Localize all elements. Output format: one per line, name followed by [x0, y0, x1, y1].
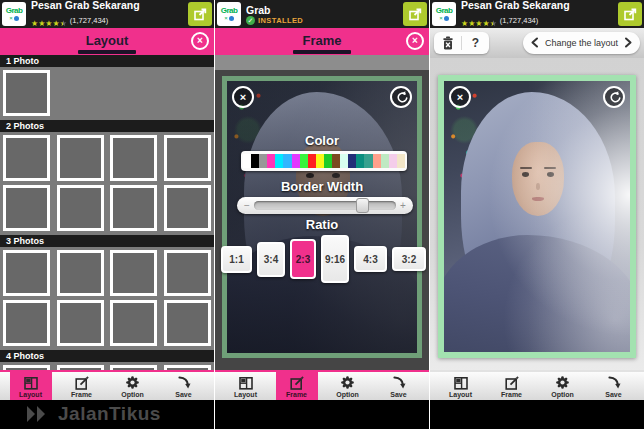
- color-swatch[interactable]: [324, 154, 332, 168]
- slider-thumb[interactable]: [356, 198, 369, 213]
- color-palette[interactable]: [241, 151, 407, 171]
- rating-stars: ★★★★★: [31, 12, 67, 30]
- layout-thumbnail[interactable]: [3, 250, 50, 296]
- color-swatch[interactable]: [373, 154, 381, 168]
- undo-icon[interactable]: [603, 86, 625, 108]
- layout-header: Layout ×: [0, 28, 214, 55]
- ratio-button-3-2[interactable]: 3:2: [392, 247, 426, 271]
- toolbar-item-option[interactable]: Option: [327, 372, 369, 400]
- change-layout-label: Change the layout: [545, 38, 618, 48]
- ad-banner[interactable]: Grab × Grab ✓ INSTALLED: [215, 0, 429, 28]
- layout-thumbnail[interactable]: [57, 135, 104, 181]
- close-icon[interactable]: ×: [232, 86, 254, 108]
- ratio-button-1-1[interactable]: 1:1: [221, 246, 252, 273]
- color-swatch[interactable]: [389, 154, 397, 168]
- border-width-slider[interactable]: − +: [237, 197, 413, 214]
- close-icon[interactable]: ×: [449, 86, 471, 108]
- grab-logo: Grab ×: [432, 2, 456, 26]
- toolbar-item-layout[interactable]: Layout: [440, 372, 482, 400]
- toolbar-item-frame[interactable]: Frame: [491, 372, 533, 400]
- ad-title: Grab: [246, 4, 403, 16]
- color-swatch[interactable]: [316, 154, 324, 168]
- layout-thumbnail[interactable]: [164, 300, 211, 346]
- layout-thumbnail[interactable]: [57, 185, 104, 231]
- page-title: Layout: [0, 33, 214, 48]
- layout-thumbnail[interactable]: [3, 70, 50, 116]
- layout-thumbnail[interactable]: [110, 250, 157, 296]
- screenshot-collage: Grab × Pesan Grab Sekarang ★★★★★ (1,727,…: [0, 0, 644, 429]
- photo-portrait: [444, 81, 630, 352]
- ratio-button-3-4[interactable]: 3:4: [257, 242, 285, 277]
- color-swatch[interactable]: [356, 154, 364, 168]
- secondary-toolbar: ? Change the layout: [430, 28, 644, 58]
- toolbar-item-option[interactable]: Option: [112, 372, 154, 400]
- panel-result-screen: Grab × Pesan Grab Sekarang ★★★★★ (1,727,…: [430, 0, 644, 429]
- layout-thumbnail[interactable]: [3, 300, 50, 346]
- color-swatch[interactable]: [243, 154, 251, 168]
- delete-button[interactable]: [434, 32, 461, 54]
- toolbar-item-frame[interactable]: Frame: [61, 372, 103, 400]
- toolbar-item-save[interactable]: Save: [378, 372, 420, 400]
- chevron-right-icon[interactable]: [624, 34, 633, 52]
- toolbar-item-save[interactable]: Save: [593, 372, 635, 400]
- close-icon[interactable]: ×: [191, 32, 209, 50]
- save-icon: [176, 375, 192, 391]
- chevron-left-icon[interactable]: [530, 34, 539, 52]
- ad-install-button[interactable]: [618, 2, 642, 26]
- minus-icon[interactable]: −: [242, 201, 252, 211]
- close-icon[interactable]: ×: [406, 32, 424, 50]
- color-swatch[interactable]: [259, 154, 267, 168]
- layout-thumbnail[interactable]: [164, 250, 211, 296]
- color-swatch[interactable]: [267, 154, 275, 168]
- logo-dot-icon: [229, 16, 234, 21]
- logo-dot-icon: [14, 16, 19, 21]
- ad-banner[interactable]: Grab × Pesan Grab Sekarang ★★★★★ (1,727,…: [430, 0, 644, 28]
- layout-thumbnail[interactable]: [110, 185, 157, 231]
- undo-icon[interactable]: [390, 86, 412, 108]
- ratio-button-9-16[interactable]: 9:16: [321, 235, 349, 283]
- option-icon: [339, 375, 356, 391]
- color-swatch[interactable]: [397, 154, 405, 168]
- color-swatch[interactable]: [283, 154, 291, 168]
- layout-thumbnail[interactable]: [57, 300, 104, 346]
- ratio-button-2-3[interactable]: 2:3: [290, 239, 316, 279]
- toolbar-item-option[interactable]: Option: [542, 372, 584, 400]
- ad-install-button[interactable]: [403, 2, 427, 26]
- slider-track[interactable]: [254, 201, 396, 210]
- layout-thumbnail[interactable]: [164, 185, 211, 231]
- watermark: JalanTikus: [26, 402, 161, 426]
- toolbar-item-layout[interactable]: Layout: [10, 372, 52, 400]
- plus-icon[interactable]: +: [398, 201, 408, 211]
- color-swatch[interactable]: [300, 154, 308, 168]
- photo-preview-framed[interactable]: ×: [438, 75, 636, 358]
- layout-thumbnail[interactable]: [110, 300, 157, 346]
- toolbar-item-frame[interactable]: Frame: [276, 372, 318, 400]
- layout-thumbnail[interactable]: [164, 135, 211, 181]
- editor-top-strip: [215, 55, 429, 70]
- color-swatch[interactable]: [251, 154, 259, 168]
- color-swatch[interactable]: [332, 154, 340, 168]
- toolbar-item-layout[interactable]: Layout: [225, 372, 267, 400]
- bottom-toolbar: LayoutFrameOptionSave: [430, 370, 644, 400]
- layout-thumbnail[interactable]: [57, 250, 104, 296]
- border-width-label: Border Width: [215, 179, 429, 194]
- grab-logo: Grab ×: [2, 2, 26, 26]
- layout-thumbnail[interactable]: [3, 185, 50, 231]
- jalantikus-logo-icon: [26, 404, 52, 424]
- layout-thumbnail[interactable]: [110, 135, 157, 181]
- ratio-button-4-3[interactable]: 4:3: [354, 246, 387, 272]
- color-swatch[interactable]: [275, 154, 283, 168]
- color-swatch[interactable]: [340, 154, 348, 168]
- star-icon: ★: [483, 19, 490, 28]
- help-button[interactable]: ?: [462, 32, 489, 54]
- frame-header: Frame ×: [215, 28, 429, 55]
- ad-banner[interactable]: Grab × Pesan Grab Sekarang ★★★★★ (1,727,…: [0, 0, 214, 28]
- color-swatch[interactable]: [308, 154, 316, 168]
- ad-install-button[interactable]: [188, 2, 212, 26]
- color-swatch[interactable]: [292, 154, 300, 168]
- color-swatch[interactable]: [348, 154, 356, 168]
- layout-thumbnail[interactable]: [3, 135, 50, 181]
- color-swatch[interactable]: [381, 154, 389, 168]
- toolbar-item-save[interactable]: Save: [163, 372, 205, 400]
- color-swatch[interactable]: [364, 154, 372, 168]
